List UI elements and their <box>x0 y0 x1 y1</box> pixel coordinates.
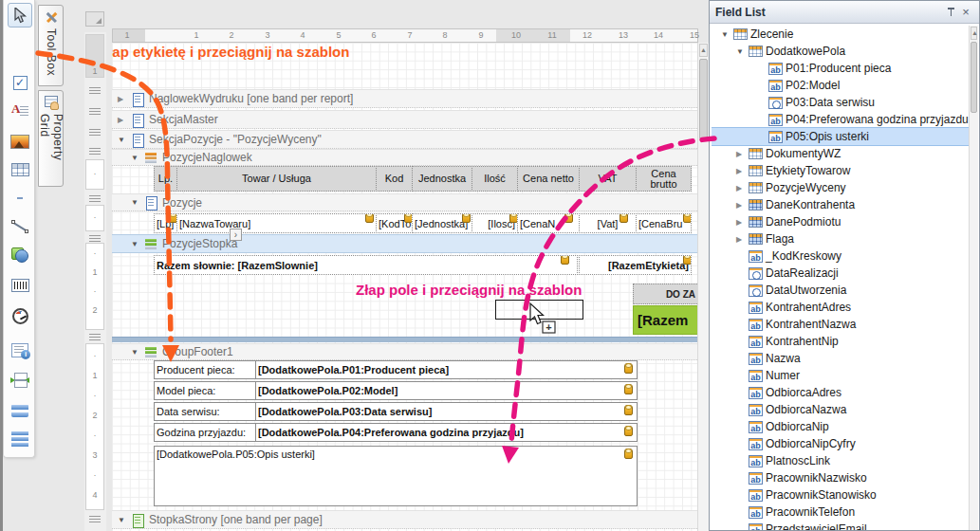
character-comb-tool-icon[interactable] <box>8 186 32 211</box>
table-tool-icon[interactable] <box>8 157 32 182</box>
field-list-item[interactable]: KontrahentNip <box>712 333 970 350</box>
field-cell-nazwa-towaru[interactable]: [NazwaTowaru] <box>176 213 377 233</box>
pointer-tool-icon[interactable] <box>8 3 32 27</box>
field-list-item[interactable]: DataUtworzenia <box>712 282 970 299</box>
field-list-item[interactable]: PracownikNazwisko <box>712 469 970 486</box>
expander-icon[interactable] <box>736 217 746 228</box>
scroll-up-icon[interactable] <box>971 27 977 40</box>
footer-value-cell[interactable]: [DodatkowePola.P03:Data serwisu] <box>255 402 638 421</box>
footer-value-cell[interactable]: [DodatkowePola.P02:Model] <box>255 381 638 400</box>
field-list-item[interactable]: OdbiorcaNazwa <box>712 401 970 418</box>
close-icon[interactable] <box>958 5 973 19</box>
gauge-tool-icon[interactable] <box>8 303 32 328</box>
footer-label-cell[interactable]: Godzina przyjazdu: <box>154 423 256 442</box>
expander-icon[interactable] <box>721 29 730 40</box>
field-list-item[interactable]: PozycjeWyceny <box>712 179 970 196</box>
line-tool-icon[interactable] <box>8 214 32 239</box>
tab-tool-box[interactable]: Tool Box <box>38 5 64 86</box>
tab-property-grid[interactable]: Property Grid <box>38 90 64 187</box>
checkbox-tool-icon[interactable]: ✓ <box>8 70 32 95</box>
col-header-cena-netto[interactable]: Cena netto <box>517 166 580 192</box>
col-header-vat[interactable]: VAT <box>579 166 637 192</box>
expander-icon[interactable] <box>736 200 746 211</box>
footer-value-cell[interactable]: [DodatkowePola.P04:Preferowana godzina p… <box>255 423 638 442</box>
razem-slownie-cell[interactable]: Razem słownie: [RazemSlownie] <box>154 255 578 275</box>
field-list-item[interactable]: KontrahentAdres <box>712 299 970 316</box>
panel-tool-icon[interactable] <box>8 398 32 423</box>
field-cell-lp[interactable]: [Lp] <box>154 213 177 233</box>
rich-text-tool-icon[interactable] <box>8 99 32 123</box>
field-list-item[interactable]: P04:Preferowana godzina przyjazdu <box>712 111 970 128</box>
col-header-ilosc[interactable]: Ilość <box>472 166 518 192</box>
field-list-item-selected[interactable]: P05:Opis usterki <box>712 128 970 145</box>
band-pozycje-stopka-selected[interactable]: PozycjeStopka <box>112 234 697 253</box>
ruler-corner-button[interactable] <box>85 11 104 27</box>
selected-section-bottom-edge[interactable] <box>112 337 697 342</box>
expander-icon[interactable] <box>736 166 746 176</box>
band-sekcja-pozycje[interactable]: SekcjaPozycje - "PozycjeWyceny" <box>112 130 697 149</box>
chevron-down-icon[interactable] <box>131 197 140 208</box>
band-pozycje[interactable]: Pozycje <box>112 193 697 211</box>
expander-icon[interactable] <box>736 149 746 159</box>
field-list-item[interactable]: Numer <box>712 367 970 384</box>
scroll-up-icon[interactable] <box>699 44 708 57</box>
field-list-item[interactable]: KontrahentNazwa <box>712 316 970 333</box>
toc-tool-icon[interactable] <box>8 427 32 451</box>
field-list-item[interactable]: _KodKreskowy <box>712 247 970 265</box>
band-sekcja-master[interactable]: SekcjaMaster <box>112 110 697 129</box>
field-list-scrollbar-thumb[interactable] <box>971 42 977 113</box>
field-list-item[interactable]: DaneKontrahenta <box>712 196 970 213</box>
band-stopka-strony[interactable]: StopkaStrony [one band per page] <box>112 510 697 529</box>
band-naglowek-wydruku[interactable]: NaglowekWydruku [one band per report] <box>112 89 697 108</box>
col-header-towar[interactable]: Towar / Usługa <box>176 166 377 192</box>
field-list-item[interactable]: PrzedstawicielEmail <box>712 521 970 530</box>
band-pozycje-naglowek[interactable]: PozycjeNaglowek <box>112 149 697 166</box>
chevron-right-icon[interactable] <box>118 115 127 125</box>
col-header-lp[interactable]: Lp. <box>154 166 177 192</box>
field-cell-ilosc[interactable]: [Ilosc] <box>472 213 518 233</box>
chevron-down-icon[interactable] <box>118 515 127 525</box>
col-header-kod[interactable]: Kod <box>376 166 413 192</box>
field-list-item[interactable]: Zlecenie <box>712 26 970 43</box>
expander-icon[interactable] <box>736 234 746 245</box>
field-list-item[interactable]: Nazwa <box>712 350 970 367</box>
razem-total-green-cell[interactable]: [Razem <box>633 305 697 335</box>
label-tool-icon[interactable] <box>8 42 32 66</box>
footer-label-cell[interactable]: Model pieca: <box>154 381 256 400</box>
field-cell-cena-brutto[interactable]: [CenaBru <box>636 213 692 233</box>
shape-tool-icon[interactable] <box>8 243 32 267</box>
design-surface[interactable]: Złap etykietę i przeciągnij na szablon N… <box>112 43 697 531</box>
drop-target-box[interactable] <box>495 300 583 320</box>
field-list-item[interactable]: PracownikTelefon <box>712 504 970 521</box>
canvas-scrollbar-thumb[interactable] <box>699 59 708 139</box>
chevron-down-icon[interactable] <box>118 135 127 145</box>
field-list-item[interactable]: OdbiorcaNip <box>712 418 970 435</box>
field-list-item[interactable]: DodatkowePola <box>712 43 970 60</box>
canvas-scrollbar[interactable] <box>697 43 709 531</box>
field-list-item[interactable]: DanePodmiotu <box>712 213 970 230</box>
col-header-cena-brutto[interactable]: Cena brutto <box>636 166 692 192</box>
field-list-item[interactable]: OdbiorcaAdres <box>712 384 970 401</box>
col-header-jednostka[interactable]: Jednostka <box>412 166 472 192</box>
field-list-item[interactable]: PlatnoscLink <box>712 452 970 469</box>
chevron-down-icon[interactable] <box>131 153 140 163</box>
field-list-item[interactable]: P02:Model <box>712 77 970 94</box>
footer-value-cell[interactable]: [DodatkowePola.P01:Producent pieca] <box>255 360 638 379</box>
expander-icon[interactable] <box>736 183 746 193</box>
footer-label-cell[interactable]: Data serwisu: <box>154 402 256 421</box>
field-list-item[interactable]: DokumentyWZ <box>712 145 970 162</box>
pin-icon[interactable] <box>943 5 958 19</box>
field-cell-kod[interactable]: [KodTo <box>376 213 413 233</box>
field-cell-cena-netto[interactable]: [CenaN <box>517 213 580 233</box>
expander-icon[interactable] <box>736 46 746 57</box>
chevron-down-icon[interactable] <box>131 347 140 357</box>
smart-tag-button[interactable]: › <box>230 229 242 241</box>
do-zaplaty-cell[interactable]: DO ZA <box>633 284 697 304</box>
band-group-footer1[interactable]: GroupFooter1 <box>112 343 697 360</box>
razem-etykieta-cell[interactable]: [RazemEtykieta] <box>579 255 692 275</box>
field-list-item[interactable]: OdbiorcaNipCyfry <box>712 435 970 452</box>
chevron-down-icon[interactable] <box>131 239 140 249</box>
page-break-tool-icon[interactable] <box>8 368 32 393</box>
footer-label-cell[interactable]: Producent pieca: <box>154 360 256 379</box>
field-cell-vat[interactable]: [Vat] <box>579 213 637 233</box>
